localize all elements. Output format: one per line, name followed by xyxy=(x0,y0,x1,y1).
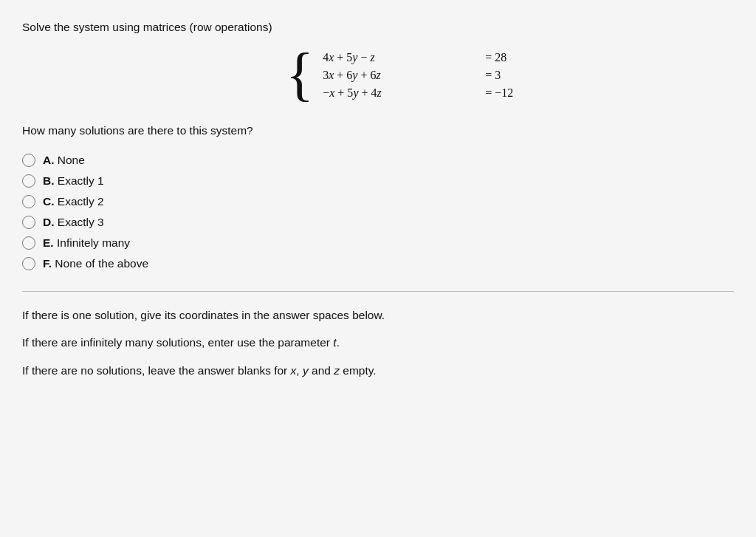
radio-f[interactable] xyxy=(22,257,35,270)
option-c-row[interactable]: C. Exactly 2 xyxy=(22,195,734,208)
radio-c[interactable] xyxy=(22,195,35,208)
equation-row-2: 3x + 6y + 6z = 3 xyxy=(323,69,515,82)
eq-equals-1: = 28 xyxy=(470,51,515,64)
problem-title: Solve the system using matrices (row ope… xyxy=(22,21,734,34)
brace-system: { 4x + 5y − z = 28 3x + 6y + 6z = 3 −x +… xyxy=(286,47,515,103)
radio-a[interactable] xyxy=(22,154,35,167)
option-a-row[interactable]: A. None xyxy=(22,154,734,167)
option-e-label: E. Infinitely many xyxy=(43,236,130,250)
equation-block: { 4x + 5y − z = 28 3x + 6y + 6z = 3 −x +… xyxy=(66,47,734,103)
option-f-label: F. None of the above xyxy=(43,257,148,270)
eq-lhs-2: 3x + 6y + 6z xyxy=(323,69,470,82)
equations: 4x + 5y − z = 28 3x + 6y + 6z = 3 −x + 5… xyxy=(323,51,515,100)
radio-d[interactable] xyxy=(22,216,35,229)
option-b-row[interactable]: B. Exactly 1 xyxy=(22,174,734,188)
eq-lhs-3: −x + 5y + 4z xyxy=(323,86,470,100)
option-d-row[interactable]: D. Exactly 3 xyxy=(22,216,734,229)
divider xyxy=(22,291,734,292)
equation-row-1: 4x + 5y − z = 28 xyxy=(323,51,515,64)
eq-lhs-1: 4x + 5y − z xyxy=(323,51,470,64)
answer-options: A. None B. Exactly 1 C. Exactly 2 D. Exa… xyxy=(22,154,734,270)
curly-brace-icon: { xyxy=(286,44,314,103)
option-d-label: D. Exactly 3 xyxy=(43,216,104,229)
radio-b[interactable] xyxy=(22,174,35,188)
radio-e[interactable] xyxy=(22,236,35,250)
eq-equals-3: = −12 xyxy=(470,86,515,100)
option-e-row[interactable]: E. Infinitely many xyxy=(22,236,734,250)
option-c-label: C. Exactly 2 xyxy=(43,195,104,208)
instructions: If there is one solution, give its coord… xyxy=(22,307,734,379)
option-a-label: A. None xyxy=(43,154,85,167)
option-f-row[interactable]: F. None of the above xyxy=(22,257,734,270)
instruction-3: If there are no solutions, leave the ans… xyxy=(22,362,734,379)
instruction-1: If there is one solution, give its coord… xyxy=(22,307,734,324)
option-b-label: B. Exactly 1 xyxy=(43,174,104,188)
equation-row-3: −x + 5y + 4z = −12 xyxy=(323,86,515,100)
page-container: Solve the system using matrices (row ope… xyxy=(0,0,756,537)
eq-equals-2: = 3 xyxy=(470,69,515,82)
instruction-2: If there are infinitely many solutions, … xyxy=(22,334,734,351)
question-text: How many solutions are there to this sys… xyxy=(22,124,734,137)
